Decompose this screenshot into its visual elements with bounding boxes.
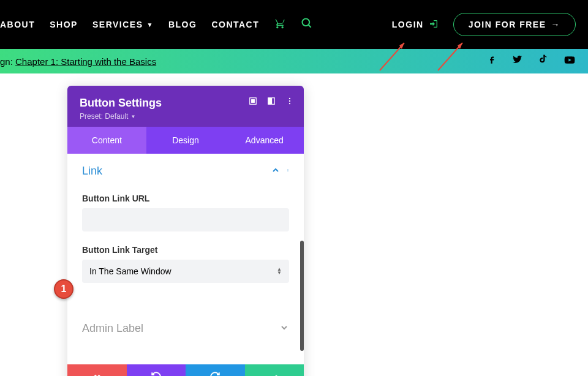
svg-rect-3 — [252, 100, 255, 103]
nav-about[interactable]: ABOUT — [0, 20, 35, 29]
redo-icon — [209, 371, 221, 376]
save-button[interactable]: ✔ — [245, 364, 304, 376]
top-navigation: ABOUT SHOP SERVICES ▼ BLOG CONTACT LOGIN… — [0, 0, 588, 49]
modal-footer: ✖ ✔ — [67, 364, 304, 376]
link-section-title: Link — [82, 165, 271, 178]
target-value: In The Same Window — [89, 266, 172, 276]
breadcrumb-bar: gn: Chapter 1: Starting with the Basics — [0, 49, 588, 73]
tabs: Content Design Advanced — [67, 127, 304, 154]
breadcrumb-prefix: gn: — [0, 56, 15, 67]
svg-line-1 — [309, 25, 311, 28]
login-button[interactable]: LOGIN — [392, 19, 439, 31]
modal-header: Button Settings Preset: Default ▼ — [67, 86, 304, 127]
expand-icon[interactable] — [249, 97, 257, 108]
search-icon[interactable] — [301, 17, 313, 32]
select-arrows-icon: ▲▼ — [277, 268, 282, 275]
tab-advanced[interactable]: Advanced — [225, 127, 304, 154]
join-for-free-button[interactable]: JOIN FOR FREE → — [453, 13, 576, 36]
arrow-right-icon: → — [551, 20, 561, 29]
cart-icon[interactable] — [274, 17, 286, 32]
login-label: LOGIN — [392, 20, 424, 29]
nav-blog[interactable]: BLOG — [168, 20, 197, 29]
columns-icon[interactable] — [267, 97, 276, 108]
join-label: JOIN FOR FREE — [469, 20, 546, 29]
scrollbar[interactable] — [300, 241, 304, 351]
collapse-icon[interactable] — [271, 165, 281, 177]
panel-content: Link Button Link URL Button Link Target … — [67, 154, 304, 347]
check-icon: ✔ — [270, 372, 278, 377]
login-arrow-icon — [429, 19, 439, 31]
svg-point-6 — [289, 98, 290, 99]
button-link-target-select[interactable]: In The Same Window ▲▼ — [82, 260, 289, 283]
svg-rect-5 — [272, 98, 275, 105]
annotation-badge-1: 1 — [54, 279, 74, 299]
svg-rect-4 — [268, 98, 271, 105]
preset-selector[interactable]: Preset: Default ▼ — [80, 112, 292, 121]
nav-services-label: SERVICES — [92, 20, 143, 29]
undo-icon — [151, 371, 162, 376]
svg-point-8 — [289, 103, 290, 104]
link-section-header[interactable]: Link — [82, 154, 289, 186]
admin-label-section[interactable]: Admin Label — [82, 307, 289, 347]
redo-button[interactable] — [186, 364, 245, 376]
svg-point-9 — [288, 169, 288, 170]
chevron-down-icon: ▼ — [147, 21, 154, 28]
annotation-arrow-join — [435, 37, 472, 76]
svg-point-0 — [303, 19, 310, 26]
target-field-label: Button Link Target — [82, 245, 289, 255]
nav-contact[interactable]: CONTACT — [211, 20, 259, 29]
facebook-icon[interactable] — [486, 54, 497, 69]
preset-label: Preset: Default — [80, 112, 128, 121]
admin-label-title: Admin Label — [82, 322, 279, 335]
undo-button[interactable] — [127, 364, 186, 376]
svg-point-7 — [289, 100, 290, 102]
nav-services[interactable]: SERVICES ▼ — [92, 20, 154, 29]
close-icon: ✖ — [93, 372, 101, 377]
caret-down-icon: ▼ — [130, 114, 135, 119]
url-field-label: Button Link URL — [82, 194, 289, 203]
button-settings-modal: Button Settings Preset: Default ▼ Conten… — [67, 86, 304, 376]
annotation-arrow-login — [377, 37, 413, 76]
tab-content[interactable]: Content — [67, 127, 146, 154]
twitter-icon[interactable] — [512, 54, 523, 69]
tab-design[interactable]: Design — [146, 127, 225, 154]
breadcrumb-link[interactable]: Chapter 1: Starting with the Basics — [15, 56, 156, 67]
breadcrumb: gn: Chapter 1: Starting with the Basics — [0, 56, 156, 67]
more-icon[interactable] — [285, 97, 294, 108]
button-link-url-input[interactable] — [82, 208, 289, 231]
expand-admin-icon — [279, 323, 289, 335]
tiktok-icon[interactable] — [538, 54, 549, 69]
section-more-icon[interactable] — [287, 166, 289, 176]
youtube-icon[interactable] — [564, 54, 576, 69]
svg-point-11 — [288, 171, 288, 171]
nav-shop[interactable]: SHOP — [50, 20, 78, 29]
svg-point-10 — [288, 170, 288, 171]
cancel-button[interactable]: ✖ — [67, 364, 127, 376]
